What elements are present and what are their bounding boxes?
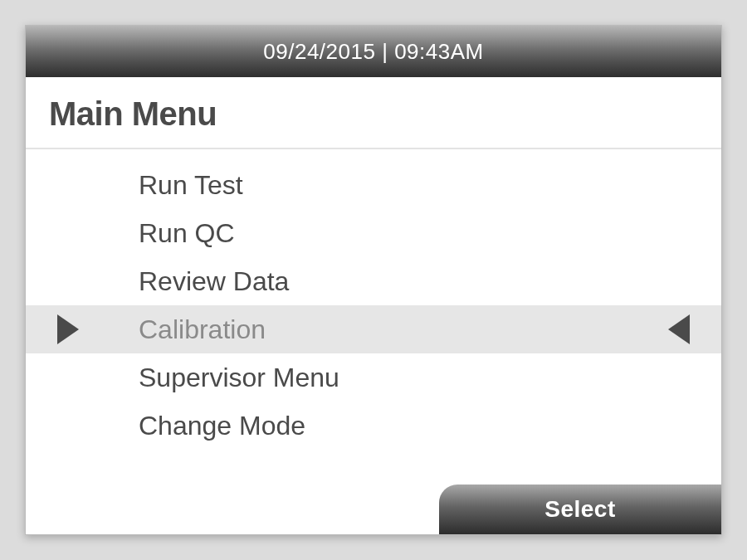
caret-left-icon xyxy=(668,314,690,344)
page-title: Main Menu xyxy=(49,95,698,133)
menu-item-label: Calibration xyxy=(139,314,266,345)
menu-item-supervisor-menu[interactable]: Supervisor Menu xyxy=(26,353,721,402)
menu-item-label: Change Mode xyxy=(139,411,305,441)
menu-item-run-qc[interactable]: Run QC xyxy=(26,209,721,257)
header-datetime: 09/24/2015 | 09:43AM xyxy=(263,39,483,65)
select-button[interactable]: Select xyxy=(439,485,721,534)
menu-item-label: Run QC xyxy=(139,218,235,249)
menu-item-run-test[interactable]: Run Test xyxy=(26,161,721,209)
menu-item-label: Review Data xyxy=(139,266,289,297)
header-bar: 09/24/2015 | 09:43AM xyxy=(26,26,721,77)
select-button-label: Select xyxy=(544,496,616,523)
menu-item-change-mode[interactable]: Change Mode xyxy=(26,402,721,450)
caret-right-icon xyxy=(57,314,79,344)
menu-item-label: Run Test xyxy=(139,170,243,201)
title-area: Main Menu xyxy=(26,77,721,149)
menu-item-label: Supervisor Menu xyxy=(139,363,339,393)
menu-item-calibration[interactable]: Calibration xyxy=(26,305,721,353)
device-frame: 09/24/2015 | 09:43AM Main Menu Run Test … xyxy=(25,25,722,535)
menu-item-review-data[interactable]: Review Data xyxy=(26,257,721,305)
menu-list: Run Test Run QC Review Data Calibration … xyxy=(26,149,721,534)
